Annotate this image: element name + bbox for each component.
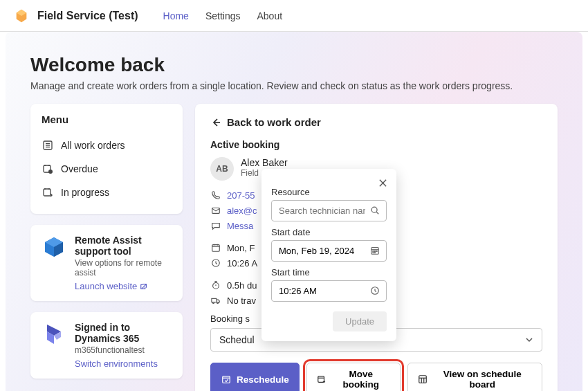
start-time-input[interactable] [271, 280, 387, 302]
remote-assist-text: Remote Assist support tool View options … [75, 235, 172, 291]
update-button[interactable]: Update [333, 311, 387, 331]
view-on-board-button[interactable]: View on schedule board [407, 363, 542, 391]
nav-settings[interactable]: Settings [197, 3, 249, 28]
duration-text: 0.5h du [227, 280, 257, 291]
stopwatch-icon [210, 280, 221, 291]
overdue-icon [42, 163, 54, 175]
back-to-work-order[interactable]: Back to work order [210, 116, 542, 128]
dynamics-icon [42, 322, 66, 347]
email-icon [210, 205, 221, 216]
menu-item-label: Overdue [61, 163, 98, 174]
reschedule-button[interactable]: Reschedule [210, 363, 300, 391]
start-date-label: Start date [271, 227, 387, 237]
arrow-left-icon [210, 117, 221, 128]
external-link-icon [140, 282, 148, 291]
resource-label: Resource [271, 187, 387, 197]
nav-home[interactable]: Home [155, 3, 197, 28]
left-column: Menu All work orders Overdue [30, 104, 183, 391]
svg-point-28 [217, 302, 219, 303]
popover-close-button[interactable] [376, 176, 389, 190]
menu-item-in-progress[interactable]: In progress [42, 181, 172, 204]
message-link[interactable]: Messa [227, 221, 253, 231]
phone-link[interactable]: 207-55 [227, 190, 255, 201]
date-text: Mon, F [227, 243, 255, 253]
schedule-board-icon [418, 374, 428, 385]
move-booking-popover: Resource Start date Start time [261, 169, 396, 341]
phone-icon [210, 190, 221, 201]
actions-row: Reschedule Move booking View on schedule… [210, 363, 542, 391]
svg-rect-33 [419, 376, 427, 383]
columns: Menu All work orders Overdue [30, 104, 558, 391]
svg-rect-18 [212, 245, 220, 252]
email-link[interactable]: alex@c [227, 206, 257, 216]
move-booking-icon [317, 374, 327, 385]
detail-card: Back to work order Active booking AB Ale… [195, 104, 558, 391]
menu-item-label: All work orders [61, 140, 125, 151]
list-icon [42, 139, 54, 152]
page: Welcome back Manage and create work orde… [0, 32, 588, 391]
switch-env-link[interactable]: Switch environments [75, 358, 158, 369]
start-date-input[interactable] [271, 240, 387, 262]
right-column: Back to work order Active booking AB Ale… [195, 104, 558, 391]
start-time-label: Start time [271, 267, 387, 278]
close-icon [378, 179, 387, 188]
signed-in-text: Signed in to Dynamics 365 m365functional… [75, 322, 172, 369]
welcome-subtitle: Manage and create work orders from a sin… [30, 80, 558, 91]
app-title: Field Service (Test) [37, 10, 138, 22]
page-content: Welcome back Manage and create work orde… [14, 43, 574, 391]
app-logo-icon [14, 8, 29, 24]
app-header: Field Service (Test) Home Settings About [0, 0, 588, 32]
clock-icon [210, 257, 221, 269]
menu-item-all-work-orders[interactable]: All work orders [42, 134, 172, 157]
calendar-icon [210, 242, 221, 253]
menu-item-label: In progress [61, 187, 109, 198]
remote-assist-title: Remote Assist support tool [75, 235, 172, 257]
signed-in-card: Signed in to Dynamics 365 m365functional… [30, 312, 183, 379]
signed-in-subtitle: m365functionaltest [75, 345, 172, 355]
nav-about[interactable]: About [248, 3, 291, 28]
remote-assist-subtitle: View options for remote assist [75, 258, 172, 278]
welcome-title: Welcome back [30, 54, 558, 76]
remote-assist-link[interactable]: Launch website [75, 281, 148, 291]
main-nav: Home Settings About [155, 3, 291, 28]
svg-rect-10 [44, 189, 50, 196]
progress-icon [42, 186, 54, 199]
resource-search-input[interactable] [271, 200, 387, 221]
message-icon [210, 220, 221, 231]
menu-title: Menu [42, 113, 172, 125]
svg-rect-26 [212, 298, 217, 302]
signed-in-title: Signed in to Dynamics 365 [75, 322, 172, 344]
svg-point-27 [212, 302, 214, 303]
menu-item-overdue[interactable]: Overdue [42, 157, 172, 181]
move-booking-button[interactable]: Move booking [306, 363, 401, 391]
popover-footer: Update [271, 311, 387, 331]
time-text: 10:26 A [227, 258, 257, 269]
truck-icon [210, 295, 221, 306]
svg-point-9 [48, 170, 53, 174]
active-booking-title: Active booking [210, 139, 542, 150]
travel-text: No trav [227, 295, 256, 306]
reschedule-icon [221, 374, 232, 385]
menu-card: Menu All work orders Overdue [30, 104, 183, 214]
remote-assist-icon [42, 235, 66, 260]
chevron-down-icon [525, 336, 533, 344]
remote-assist-card: Remote Assist support tool View options … [30, 225, 183, 301]
resource-name: Alex Baker [241, 157, 288, 168]
avatar: AB [210, 157, 234, 181]
